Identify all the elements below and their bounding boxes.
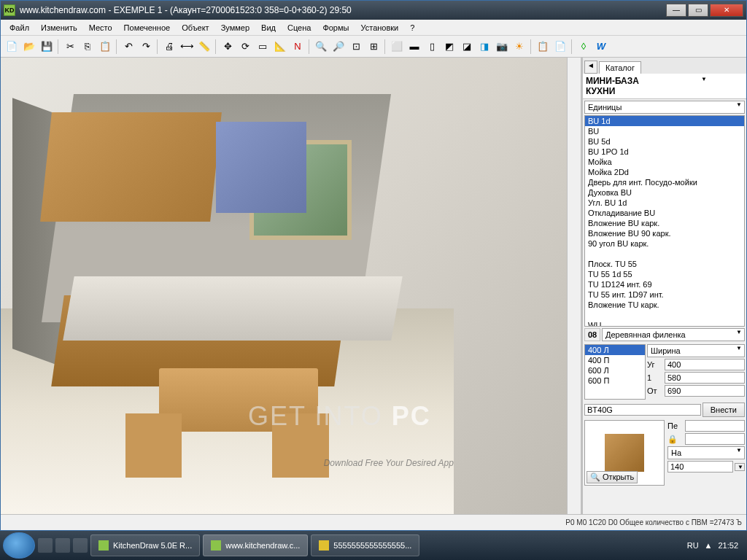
- select-icon[interactable]: ▭: [255, 39, 271, 55]
- dimension-icon[interactable]: ⟷: [179, 39, 195, 55]
- view-front-icon[interactable]: ▬: [406, 39, 422, 55]
- render-icon[interactable]: ☀: [511, 39, 527, 55]
- taskbar-app-2[interactable]: www.kitchendraw.c...: [203, 534, 308, 556]
- height-input[interactable]: [665, 372, 745, 384]
- catalog-item[interactable]: Вложение BU карк.: [585, 218, 744, 228]
- catalog-item[interactable]: Духовка BU: [585, 187, 744, 198]
- catalog-name[interactable]: МИНИ-БАЗА КУХНИ ▼: [583, 74, 746, 99]
- menu-file[interactable]: Файл: [4, 21, 35, 34]
- taskbar-app-1[interactable]: KitchenDraw 5.0E R...: [90, 534, 200, 556]
- catalog-item[interactable]: Угл. BU 1d: [585, 198, 744, 208]
- minimize-button[interactable]: ―: [666, 4, 686, 17]
- copy-icon[interactable]: ⎘: [80, 39, 96, 55]
- chevron-down-icon[interactable]: ▼: [734, 101, 744, 113]
- camera-icon[interactable]: 📷: [494, 39, 510, 55]
- zoom-out-icon[interactable]: 🔎: [330, 39, 347, 55]
- dimension-list[interactable]: 400 Л400 П600 Л600 П: [584, 344, 646, 400]
- chevron-down-icon[interactable]: ▼: [734, 447, 744, 459]
- save-icon[interactable]: 💾: [39, 39, 55, 55]
- zoom-actual-icon[interactable]: ⊞: [365, 39, 382, 55]
- menu-help[interactable]: ?: [404, 21, 420, 34]
- ot-input[interactable]: [665, 385, 745, 397]
- menu-view[interactable]: Вид: [255, 21, 282, 34]
- view-3d-icon[interactable]: ◩: [441, 39, 457, 55]
- menu-scene[interactable]: Сцена: [282, 21, 317, 34]
- zoom-in-icon[interactable]: 🔍: [313, 39, 329, 55]
- catalog-item[interactable]: [585, 249, 744, 259]
- catalog-item[interactable]: Вложение BU 90 карк.: [585, 228, 744, 238]
- language-indicator[interactable]: RU: [687, 541, 699, 550]
- quicklaunch-icon[interactable]: [55, 538, 70, 553]
- viewport-3d[interactable]: GET INTO PC Download Free Your Desired A…: [1, 58, 567, 514]
- measure-icon[interactable]: 📏: [196, 39, 212, 55]
- quicklaunch-icon[interactable]: [38, 538, 53, 553]
- open-icon[interactable]: 📂: [21, 39, 37, 55]
- preview-thumbnail[interactable]: 🔍 Открыть: [584, 420, 665, 486]
- chevron-down-icon[interactable]: ▼: [734, 345, 744, 357]
- view-side-icon[interactable]: ▯: [424, 39, 440, 55]
- spec-icon[interactable]: 📄: [552, 39, 568, 55]
- menu-zoom[interactable]: Зуммер: [215, 21, 255, 34]
- catalog-item[interactable]: Плоск. TU 55: [585, 259, 744, 269]
- cut-icon[interactable]: ✂: [62, 39, 78, 55]
- view-iso-icon[interactable]: ◪: [459, 39, 475, 55]
- view-top-icon[interactable]: ⬜: [389, 39, 405, 55]
- dimension-option[interactable]: 600 Л: [585, 365, 645, 376]
- view-persp-icon[interactable]: ◨: [476, 39, 492, 55]
- panel-nav-prev[interactable]: ◄: [584, 61, 597, 74]
- menu-forms[interactable]: Формы: [317, 21, 355, 34]
- catalog-item[interactable]: Мойка: [585, 157, 744, 167]
- layer-icon[interactable]: ◊: [576, 39, 592, 55]
- style-combo[interactable]: Деревянная филенка ▼: [602, 328, 745, 341]
- menu-edit[interactable]: Изменить: [35, 21, 83, 34]
- na-value-input[interactable]: [667, 461, 733, 472]
- start-button[interactable]: [3, 532, 35, 559]
- undo-icon[interactable]: ↶: [120, 39, 136, 55]
- titlebar[interactable]: KD www.kitchendraw.com - EXEMPLE 1 - (Ак…: [1, 1, 746, 20]
- chevron-down-icon[interactable]: ▼: [735, 463, 745, 471]
- dimension-option[interactable]: 400 П: [585, 355, 645, 365]
- dimension-option[interactable]: 600 П: [585, 376, 645, 386]
- code-input[interactable]: [584, 404, 701, 416]
- chevron-down-icon[interactable]: ▼: [734, 329, 744, 341]
- paste-icon[interactable]: 📋: [97, 39, 113, 55]
- catalog-item[interactable]: BU 1d: [585, 116, 744, 126]
- redo-icon[interactable]: ↷: [138, 39, 154, 55]
- move-icon[interactable]: ✥: [220, 39, 236, 55]
- catalog-item[interactable]: 90 угол BU карк.: [585, 238, 744, 249]
- taskbar-app-3[interactable]: 5555555555555555...: [311, 534, 419, 556]
- catalog-item[interactable]: [585, 310, 744, 320]
- maximize-button[interactable]: ▭: [688, 4, 708, 17]
- menu-place[interactable]: Место: [83, 21, 118, 34]
- print-icon[interactable]: 🖨: [161, 39, 177, 55]
- catalog-item[interactable]: BU: [585, 126, 744, 136]
- lock-input[interactable]: [685, 433, 745, 445]
- catalog-item[interactable]: WU: [585, 320, 744, 327]
- catalog-item[interactable]: Откладивание BU: [585, 208, 744, 218]
- catalog-item[interactable]: Вложение TU карк.: [585, 300, 744, 310]
- clock[interactable]: 21:52: [718, 541, 738, 550]
- menu-settings[interactable]: Установки: [355, 21, 404, 34]
- list-icon[interactable]: 📋: [535, 39, 551, 55]
- width-combo[interactable]: Ширина ▼: [647, 344, 745, 357]
- ug-input[interactable]: [665, 359, 745, 370]
- catalog-item[interactable]: TU 55 инт. 1D97 инт.: [585, 289, 744, 300]
- note-icon[interactable]: N: [290, 39, 306, 55]
- catalog-item[interactable]: BU 5d: [585, 136, 744, 147]
- catalog-item[interactable]: Дверь для инт. Посудо-мойки: [585, 177, 744, 187]
- zoom-fit-icon[interactable]: ⊡: [348, 39, 364, 55]
- dimension-option[interactable]: 400 Л: [585, 345, 645, 355]
- insert-button[interactable]: Внести: [703, 402, 745, 417]
- tray-icon[interactable]: ▲: [705, 541, 713, 550]
- rotate-icon[interactable]: ⟳: [237, 39, 253, 55]
- close-button[interactable]: ✕: [710, 4, 743, 17]
- menu-object[interactable]: Объект: [176, 21, 214, 34]
- new-icon[interactable]: 📄: [4, 39, 20, 55]
- catalog-item[interactable]: Мойка 2Dd: [585, 167, 744, 177]
- catalog-item[interactable]: TU 1D124 инт. 69: [585, 279, 744, 289]
- quicklaunch-icon[interactable]: [73, 538, 88, 553]
- tab-catalog[interactable]: Каталог: [599, 61, 641, 74]
- na-combo[interactable]: На ▼: [667, 446, 745, 459]
- word-icon[interactable]: W: [593, 39, 609, 55]
- angle-icon[interactable]: 📐: [272, 39, 288, 55]
